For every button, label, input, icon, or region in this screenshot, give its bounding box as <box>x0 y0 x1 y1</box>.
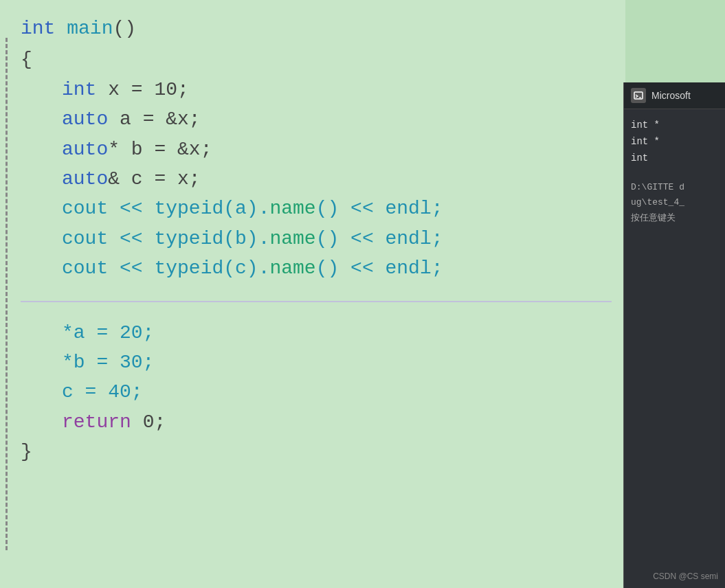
code-line-auto-c: auto & c = x; <box>21 164 612 194</box>
code-line-cout-c: cout << typeid(c).name() << endl; <box>21 253 612 283</box>
horizontal-separator <box>21 301 612 302</box>
terminal-path-line-1: D:\GITTE d <box>631 180 718 195</box>
terminal-output-line-1: int * <box>631 117 718 134</box>
code-line-open-brace: { <box>21 45 612 74</box>
terminal-blank-line <box>631 166 718 180</box>
keyword-int: int <box>21 14 55 43</box>
code-line-auto-b: auto * b = &x; <box>21 135 612 164</box>
code-line-separator <box>21 284 612 318</box>
terminal-output-line-3: int <box>631 150 718 167</box>
code-line-cout-b: cout << typeid(b).name() << endl; <box>21 224 612 253</box>
code-line-close-brace: } <box>21 437 612 466</box>
terminal-panel: Microsoft int * int * int D:\GITTE d ug\… <box>623 82 725 588</box>
code-line-return: return 0; <box>21 407 612 437</box>
code-line-star-b: *b = 30; <box>21 348 612 377</box>
code-area: int main () { int x = 10; auto a = &x; a… <box>0 0 625 588</box>
code-content: int main () { int x = 10; auto a = &x; a… <box>21 14 612 466</box>
terminal-path-line-2: ug\test_4_ <box>631 195 718 210</box>
code-line-star-a: *a = 20; <box>21 318 612 348</box>
code-line-auto-a: auto a = &x; <box>21 104 612 134</box>
code-line-int-x: int x = 10; <box>21 75 612 104</box>
terminal-header: Microsoft <box>624 82 725 109</box>
svg-rect-0 <box>634 92 643 99</box>
terminal-prompt-line: 按任意键关 <box>631 211 718 226</box>
terminal-body: int * int * int D:\GITTE d ug\test_4_ 按任… <box>624 109 725 234</box>
terminal-output-line-2: int * <box>631 134 718 150</box>
terminal-footer-text: CSDN @CS semi <box>653 572 718 581</box>
terminal-title-text: Microsoft <box>651 90 691 101</box>
code-line-cout-a: cout << typeid(a).name() << endl; <box>21 194 612 223</box>
dashed-border-marker <box>5 38 8 550</box>
code-line-c-eq: c = 40; <box>21 377 612 407</box>
code-line-main-decl: int main () <box>21 14 612 43</box>
func-main: main <box>67 14 113 43</box>
terminal-app-icon <box>631 88 646 103</box>
